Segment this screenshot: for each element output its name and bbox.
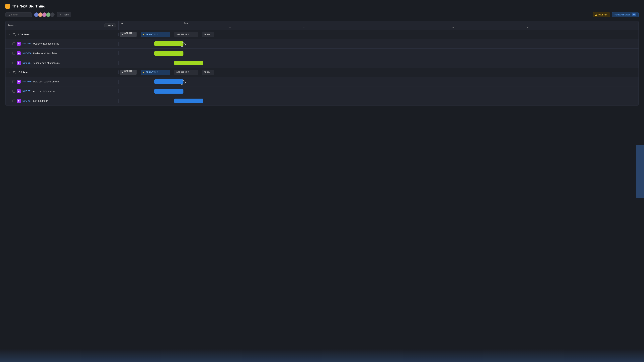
nuc358-id[interactable]: NUC-358 [22,52,32,54]
issue-row-nuc354-proposals: NUC-354 Team review of proposals [6,58,638,68]
date-8: 8 [193,26,267,28]
app-header: The Next Big Thing [5,4,639,9]
nuc407-timeline [118,96,638,105]
review-changes-button[interactable]: Review changes 25 [612,12,639,17]
nuc358-title: Revise email templates [33,52,57,55]
month-nov: Nov [118,21,182,25]
nuc350-title: Multi-dest search UI web [33,80,59,83]
chevron-down-icon [15,24,17,26]
nuc354-proposals-checkbox[interactable] [12,62,15,64]
nuc351-timeline [118,86,638,96]
sprint-row-adr: ▼ ADR Team SPRINT 11.2 SPRINT 12.1 [6,30,638,39]
nuc351-label: NUC-351 Add user information [6,89,118,93]
ios-sprint-timeline: SPRINT 11.2 SPRINT 12.1 SPRINT 12.2 SPRI… [118,68,638,77]
avatar-extra[interactable]: +3 [50,12,55,17]
date-row: 1 8 15 22 29 5 12 [118,25,638,30]
review-count-badge: 25 [632,13,636,16]
warnings-button[interactable]: Warnings [592,12,610,17]
nuc350-label: NUC-350 Multi-dest search UI web [6,80,118,84]
nuc407-checkbox[interactable] [12,100,15,102]
search-icon [8,13,10,16]
nuc354-profiles-bar[interactable] [154,41,184,46]
issue-row-nuc351: NUC-351 Add user information [6,86,638,96]
nuc354-proposals-id[interactable]: NUC-354 [22,62,32,64]
ios-sprint-122[interactable]: SPRINT 12.2 [174,70,198,75]
warnings-label: Warnings [598,13,608,16]
month-row: Nov Dec [118,21,638,25]
nuc407-bar[interactable] [174,99,204,103]
nuc354-proposals-timeline [118,58,638,68]
filter-icon [60,13,62,16]
nuc350-id[interactable]: NUC-350 [22,80,32,83]
nuc407-title: Edit input form [33,100,48,102]
adr-sprint-112[interactable]: SPRINT 11.2 [120,32,136,37]
date-12: 12 [564,26,638,28]
svg-line-1 [9,15,10,16]
issue-column-header: Issue Create [6,21,118,30]
column-header: Issue Create Nov Dec 1 8 15 22 29 5 12 [6,21,638,30]
warning-icon [595,13,598,16]
nuc358-label: NUC-358 Revise email templates [6,51,118,55]
date-29: 29 [416,26,490,28]
month-dec: Dec [182,21,638,25]
adr-sprint-123[interactable]: SPRIN [202,32,214,37]
ios-sprint-123[interactable]: SPRIN [202,70,214,75]
nuc354-proposals-bar[interactable] [174,61,204,65]
svg-point-17 [14,71,15,72]
nuc351-id[interactable]: NUC-351 [22,90,32,92]
nuc358-badge [17,51,21,55]
adr-team-label-col: ▼ ADR Team [6,32,118,36]
nuc350-badge [17,80,21,84]
toolbar: +3 Filters Warnings Review changes 25 [5,12,639,17]
adr-expand-btn[interactable]: ▼ [8,33,11,35]
nuc354-proposals-title: Team review of proposals [33,62,60,64]
nuc351-badge [17,89,21,93]
review-label: Review changes [614,13,630,16]
svg-point-8 [14,33,15,34]
issue-row-nuc354-profiles: NUC-354 Update customer profiles [6,39,638,48]
nuc350-checkbox[interactable] [12,80,15,83]
filters-label: Filters [63,13,68,16]
search-box[interactable] [5,12,32,17]
adr-sprint-121[interactable]: SPRINT 12.1 [141,32,170,37]
date-5: 5 [490,26,564,28]
ios-sprint-112[interactable]: SPRINT 11.2 [120,70,136,75]
issue-row-nuc350: NUC-350 Multi-dest search UI web [6,77,638,86]
nuc351-title: Add user information [33,90,54,93]
nuc350-bar[interactable] [154,79,184,84]
nuc358-timeline [118,48,638,58]
search-input[interactable] [11,13,30,16]
nuc354-profiles-badge [17,42,21,46]
filters-button[interactable]: Filters [57,12,71,17]
nuc407-label: NUC-407 Edit input form [6,99,118,103]
adr-team-icon [12,32,16,36]
date-22: 22 [342,26,416,28]
main-table: Issue Create Nov Dec 1 8 15 22 29 5 12 [5,20,639,106]
date-15: 15 [267,26,342,28]
ios-team-label-col: ▼ iOS Team [6,70,118,74]
svg-point-16 [14,71,14,72]
nuc407-badge [17,99,21,103]
issue-col-label: Issue [8,24,14,26]
adr-sprint-122[interactable]: SPRINT 12.2 [174,32,198,37]
nuc358-checkbox[interactable] [12,52,15,55]
nuc351-bar[interactable] [154,89,184,94]
ios-expand-btn[interactable]: ▼ [8,71,11,73]
nuc407-id[interactable]: NUC-407 [22,100,32,102]
nuc354-profiles-title: Update customer profiles [33,42,59,45]
nuc354-profiles-id[interactable]: NUC-354 [22,42,32,45]
ios-sprint-121[interactable]: SPRINT 12.1 [141,70,170,75]
nuc350-timeline [118,77,638,86]
ios-team-name: iOS Team [18,71,29,74]
app-logo-icon [5,4,10,9]
nuc351-checkbox[interactable] [12,90,15,93]
nuc354-profiles-timeline [118,39,638,48]
nuc354-proposals-label: NUC-354 Team review of proposals [6,61,118,65]
svg-point-7 [14,33,14,34]
nuc358-bar[interactable] [154,51,184,56]
issue-row-nuc358: NUC-358 Revise email templates [6,48,638,58]
nuc354-profiles-checkbox[interactable] [12,42,15,45]
create-button[interactable]: Create [104,23,116,27]
issue-row-nuc407: NUC-407 Edit input form [6,96,638,106]
nuc354-proposals-badge [17,61,21,65]
